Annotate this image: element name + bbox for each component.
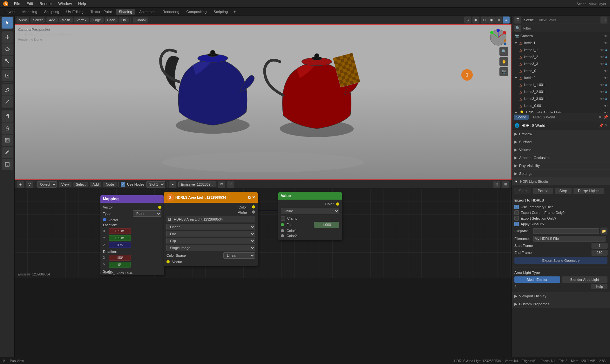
menu-render[interactable]: Render [37, 1, 54, 7]
node-node-menu[interactable]: Node [103, 182, 117, 187]
world-pin-icon[interactable]: 📌 [599, 123, 603, 128]
zoom-in-btn[interactable]: 🔍 [499, 47, 508, 56]
outliner-item-kettle1-1[interactable]: △ kettle1_1 👁◈ [512, 46, 610, 53]
solid-mode-btn[interactable]: ◉ [488, 17, 495, 23]
mapping-ry-input[interactable] [109, 262, 131, 268]
hdrls-delete-btn[interactable]: ✕ [252, 195, 255, 200]
outliner-item-k3-3-001[interactable]: △ kettle3_3.001 👁◈ [512, 95, 610, 102]
uv-menu-btn[interactable]: UV [119, 17, 129, 23]
search-icon[interactable]: 🔍 [514, 25, 521, 32]
tab-modeling[interactable]: Modeling [19, 9, 41, 15]
tool-measure[interactable] [2, 96, 13, 108]
mesh-menu-btn[interactable]: Mesh [59, 17, 73, 23]
end-frame-input[interactable] [592, 250, 607, 255]
props-pin-btn[interactable]: 📌 [603, 115, 608, 119]
mapping-z-input[interactable] [109, 242, 131, 248]
tool-bevel[interactable] [2, 147, 13, 158]
tab-hdrls-world[interactable]: HDRLS World [531, 115, 558, 120]
object-mode-select[interactable]: Object [37, 181, 57, 188]
material-mode-btn[interactable]: ◈ [495, 17, 502, 23]
mesh-emitter-btn[interactable]: Mesh Emitter [514, 276, 560, 283]
tool-extrude[interactable] [2, 122, 13, 134]
filename-input[interactable] [533, 236, 606, 242]
blender-area-light-btn[interactable]: Blender Area Light [562, 276, 608, 283]
slot-select[interactable]: Slot 1 [146, 181, 165, 188]
outliner-item-kettle1[interactable]: ▼ △ kettle 1 👁 [512, 39, 610, 46]
mapping-y-input[interactable] [109, 235, 131, 241]
menu-window[interactable]: Window [56, 1, 74, 7]
overlay-btn[interactable]: ⊙ [464, 17, 471, 23]
menu-file[interactable]: File [11, 1, 23, 7]
tab-rendering[interactable]: Rendering [159, 9, 182, 15]
tab-layout[interactable]: Layout [1, 9, 19, 15]
edge-menu-btn[interactable]: Edge [90, 17, 104, 23]
outliner-item-kettle-0[interactable]: △ kettle_0 👁 [512, 67, 610, 74]
material-icon-btn[interactable]: ● [169, 181, 176, 188]
select-menu-btn[interactable]: Select [30, 17, 45, 23]
xray-btn[interactable]: ◉ [472, 17, 479, 23]
filter-btn[interactable]: ⊞ [600, 17, 607, 23]
hdrls-extension-select[interactable]: Flat [166, 231, 255, 237]
purge-lights-btn[interactable]: Purge Lights [573, 188, 604, 194]
tool-loop-cut[interactable] [2, 159, 13, 170]
copy-material-btn[interactable]: ⧉ [218, 181, 225, 188]
viewport[interactable]: 1 Camera Perspective (D) HDRLS Area Ligh… [15, 24, 512, 180]
camera-btn[interactable]: 📷 [499, 67, 508, 76]
pause-btn[interactable]: Pause [533, 188, 553, 194]
hdrls-colorspace-select[interactable]: Linear [223, 252, 255, 259]
node-canvas[interactable]: Mapping Vector Type: Point [15, 189, 512, 278]
transform-orientation-btn[interactable]: Global [133, 17, 148, 23]
node-editor-toggle-btn[interactable]: ⊡ [493, 181, 500, 188]
delete-material-btn[interactable]: ✕ [227, 181, 234, 188]
apply-subsurf-checkbox[interactable] [514, 222, 519, 226]
export-selection-checkbox[interactable] [514, 216, 519, 221]
export-current-frame-checkbox[interactable] [514, 210, 519, 215]
help-btn[interactable]: Help [591, 284, 607, 289]
outliner-item-k1-1-001[interactable]: △ kettle1_1.001 👁◈ [512, 81, 610, 88]
hdr-studio-header[interactable]: ▼ HDR Light Studio [512, 178, 610, 185]
filepath-browse-btn[interactable]: 📁 [600, 228, 607, 235]
tab-sculpting[interactable]: Sculpting [41, 9, 62, 15]
node-view-menu[interactable]: View [59, 182, 71, 187]
export-geometry-btn[interactable]: Export Scene Geometry [514, 257, 607, 264]
outliner-item-camera[interactable]: 📷 Camera 👁 [512, 32, 610, 39]
fac-input[interactable] [314, 222, 339, 228]
clamp-checkbox[interactable] [281, 216, 285, 221]
node-view-btn[interactable]: V [26, 181, 33, 188]
hdrls-clip-select[interactable]: Clip [166, 238, 255, 244]
outliner-item-k0-001[interactable]: △ kettle_0.001 👁 [512, 102, 610, 109]
use-nodes-checkbox[interactable] [121, 182, 125, 187]
world-close-icon[interactable]: ✕ [605, 123, 607, 128]
ambient-occlusion-header[interactable]: ▶ Ambient Occlusion [512, 154, 610, 162]
wireframe-mode-btn[interactable]: ◻ [481, 17, 488, 23]
mapping-x-input[interactable] [109, 228, 131, 234]
props-close-btn[interactable]: ✕ [598, 115, 601, 119]
node-editor-mode-icon[interactable]: ◈ [17, 181, 24, 188]
settings-header[interactable]: ▶ Settings [512, 170, 610, 177]
stop-btn[interactable]: Stop [555, 188, 572, 194]
custom-props-header[interactable]: ▶ Custom Properties [512, 300, 610, 308]
viewport-gizmo[interactable]: X Y Z [489, 28, 508, 48]
hdrls-copy-btn[interactable]: ⧉ [248, 195, 251, 200]
node-editor-options-btn[interactable]: ⊞ [502, 181, 509, 188]
menu-edit[interactable]: Edit [24, 1, 36, 7]
hdrls-interpolation-select[interactable]: Linear [166, 224, 255, 230]
outliner-item-kettle3-3[interactable]: △ kettle3_3 👁◈ [512, 60, 610, 67]
view-menu-btn[interactable]: View [17, 17, 29, 23]
value-type-select[interactable]: Value [281, 208, 339, 214]
tab-compositing[interactable]: Compositing [183, 9, 210, 15]
tool-select[interactable] [2, 17, 13, 29]
help-question-icon[interactable]: ? [514, 285, 516, 288]
tool-scale[interactable] [2, 56, 13, 67]
outliner-item-kettle2[interactable]: ▼ △ kettle 2 👁 [512, 74, 610, 81]
mapping-type-select[interactable]: Point [133, 210, 161, 217]
pan-btn[interactable]: ✋ [499, 57, 508, 66]
vertex-menu-btn[interactable]: Vertex [74, 17, 89, 23]
tool-inset[interactable] [2, 135, 13, 146]
surface-section-header[interactable]: ▶ Surface [512, 138, 610, 146]
tab-texture-paint[interactable]: Texture Paint [87, 9, 115, 15]
node-select-menu[interactable]: Select [73, 182, 88, 187]
tab-animation[interactable]: Animation [136, 9, 159, 15]
use-temp-file-checkbox[interactable] [514, 205, 519, 209]
start-btn[interactable]: Start [514, 188, 531, 194]
